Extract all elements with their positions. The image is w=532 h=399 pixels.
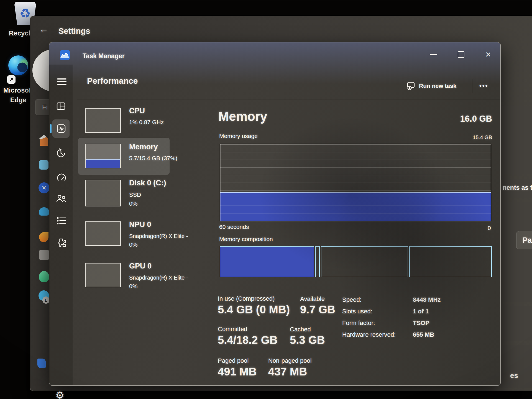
npu-row-title: NPU 0	[129, 220, 151, 229]
memory-panel-title: Memory	[218, 109, 267, 124]
speed-label: Speed:	[342, 296, 362, 303]
cpu-row-sub: 1% 0.87 GHz	[129, 119, 164, 126]
services-puzzle-icon	[56, 237, 67, 248]
nonpaged-pool-label: Non-paged pool	[268, 357, 312, 364]
sidebar-item-users[interactable]	[55, 193, 66, 204]
cpu-thumbnail-graph	[85, 108, 121, 133]
history-icon	[56, 148, 66, 158]
settings-nav-personalization-icon[interactable]	[39, 232, 48, 242]
settings-card-fragment: es	[500, 345, 532, 388]
paged-pool-value: 491 MB	[218, 365, 257, 378]
memory-row-sub: 5.7/15.4 GB (37%)	[129, 155, 177, 162]
sidebar-item-performance-selected[interactable]	[52, 119, 70, 138]
graph-gridlines	[220, 144, 491, 221]
maximize-button[interactable]	[453, 49, 469, 60]
tm-window-title: Task Manager	[83, 52, 125, 60]
slots-used-label: Slots used:	[342, 308, 372, 315]
available-label: Available	[300, 295, 325, 303]
settings-nav-language-icon[interactable]: L	[42, 296, 50, 304]
form-factor-label: Form factor:	[342, 319, 375, 327]
memory-usage-max-label: 15.4 GB	[448, 134, 492, 140]
memory-row-title: Memory	[129, 143, 158, 151]
disk-row-sub2: 0%	[129, 200, 137, 207]
sidebar-item-processes[interactable]	[55, 101, 66, 112]
gpu-thumbnail-graph	[85, 263, 121, 287]
disk-row-sub1: SSD	[129, 191, 141, 198]
menu-toggle-button[interactable]	[57, 77, 66, 86]
composition-segment-modified	[315, 246, 320, 277]
more-options-button[interactable]: •••	[479, 82, 488, 89]
run-new-task-button[interactable]: Run new task	[406, 81, 456, 91]
graph-timespan-label: 60 seconds	[219, 224, 249, 230]
sidebar-item-app-history[interactable]	[55, 148, 66, 159]
recycle-glyph: ♻	[19, 7, 31, 20]
memory-total-capacity: 16.0 GB	[448, 114, 492, 124]
settings-nav-update-icon[interactable]	[37, 359, 46, 368]
in-use-value: 5.4 GB (0 MB)	[218, 303, 290, 316]
shortcut-arrow-icon: ↗	[7, 75, 16, 84]
hardware-reserved-value: 655 MB	[413, 331, 434, 338]
task-manager-window: Task Manager ✕	[49, 42, 501, 386]
settings-nav-system-icon[interactable]	[39, 160, 48, 170]
in-use-label: In use (Compressed)	[218, 295, 275, 302]
edge-icon	[8, 55, 28, 75]
nonpaged-pool-value: 437 MB	[268, 365, 307, 378]
settings-search-fragment-text: Fi	[42, 103, 48, 111]
settings-nav-bluetooth-icon[interactable]: ✕	[39, 182, 50, 193]
hardware-reserved-label: Hardware reserved:	[342, 331, 396, 338]
settings-card-fragment: Pa	[500, 202, 532, 302]
settings-nav-accounts-icon[interactable]	[39, 271, 49, 282]
committed-value: 5.4/18.2 GB	[218, 334, 278, 346]
memory-thumbnail-fill	[86, 159, 120, 168]
speedometer-icon	[56, 172, 67, 183]
graph-time-end-label: 0	[488, 225, 491, 231]
cached-value: 5.3 GB	[290, 334, 325, 346]
settings-card-fragment	[500, 306, 532, 341]
slots-used-value: 1 of 1	[413, 308, 429, 315]
memory-composition-bar	[220, 246, 492, 277]
page-title: Performance	[87, 76, 138, 86]
tm-titlebar: Task Manager ✕	[49, 42, 500, 65]
disk-row-title: Disk 0 (C:)	[129, 179, 166, 187]
close-button[interactable]: ✕	[480, 49, 496, 60]
gear-icon: ⚙	[55, 390, 64, 399]
committed-label: Committed	[218, 326, 247, 333]
gpu-row-sub1: Snapdragon(R) X Elite -	[129, 275, 188, 281]
sidebar-item-details[interactable]	[56, 215, 67, 226]
users-icon	[56, 193, 66, 204]
minimize-button[interactable]	[426, 49, 441, 60]
disk-thumbnail-graph	[85, 180, 121, 206]
form-factor-value: TSOP	[413, 319, 429, 327]
settings-window-title: Settings	[58, 27, 90, 36]
processes-icon	[56, 101, 66, 111]
settings-nav-apps-icon[interactable]	[39, 250, 49, 260]
sidebar-item-settings[interactable]: ⚙	[55, 390, 64, 399]
toolbar-divider	[473, 79, 473, 93]
settings-card-fragment: nents as t	[500, 179, 532, 198]
sidebar-item-startup-apps[interactable]	[56, 172, 67, 183]
settings-nav-home-icon[interactable]	[39, 135, 49, 146]
run-new-task-icon	[406, 81, 416, 91]
run-new-task-label: Run new task	[419, 83, 456, 89]
settings-nav-network-icon[interactable]	[39, 207, 49, 216]
close-icon: ✕	[485, 51, 491, 58]
header-divider	[77, 99, 500, 99]
npu-thumbnail-graph	[85, 221, 121, 246]
minimize-icon	[430, 54, 437, 55]
settings-fragment-text-top: nents as t	[503, 184, 532, 191]
details-list-icon	[56, 216, 67, 226]
available-value: 9.7 GB	[300, 303, 335, 316]
back-arrow-icon[interactable]: ←	[39, 24, 48, 34]
memory-usage-label: Memory usage	[219, 133, 258, 139]
paged-pool-label: Paged pool	[218, 357, 249, 364]
composition-segment-free	[409, 246, 492, 277]
task-manager-app-icon	[60, 50, 70, 60]
performance-icon	[56, 124, 66, 134]
composition-segment-in-use	[220, 246, 314, 277]
maximize-icon	[458, 51, 464, 58]
memory-thumbnail-graph	[85, 144, 121, 168]
npu-row-sub1: Snapdragon(R) X Elite -	[129, 233, 188, 239]
sidebar-item-services[interactable]	[56, 237, 67, 248]
settings-fragment-text-bottom: es	[510, 371, 518, 380]
settings-pause-button-fragment[interactable]: Pa	[516, 231, 532, 249]
